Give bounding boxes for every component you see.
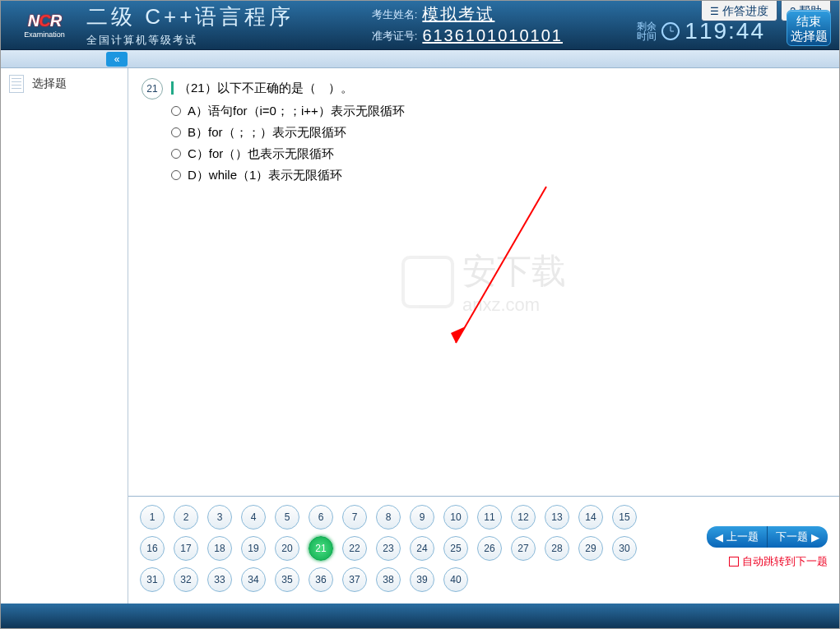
id-label: 准考证号: — [368, 29, 417, 44]
nav-question-17[interactable]: 17 — [174, 536, 198, 561]
nav-question-27[interactable]: 27 — [511, 536, 536, 561]
option-a[interactable]: A）语句for（i=0；；i++）表示无限循环 — [171, 101, 405, 121]
nav-question-9[interactable]: 9 — [410, 505, 434, 530]
name-label: 考生姓名: — [368, 7, 417, 22]
nav-question-2[interactable]: 2 — [174, 505, 198, 530]
nav-question-31[interactable]: 31 — [140, 567, 165, 592]
nav-question-21[interactable]: 21 — [309, 536, 333, 561]
nav-question-5[interactable]: 5 — [275, 505, 299, 530]
next-button[interactable]: 下一题▶ — [768, 526, 828, 548]
candidate-id: 6136101010101 — [422, 26, 563, 45]
nav-question-18[interactable]: 18 — [207, 536, 232, 561]
title-block: 二级 C++语言程序 全国计算机等级考试 — [86, 2, 294, 48]
logo: NCR Examination — [7, 8, 81, 43]
chevron-left-icon: ◀ — [715, 531, 723, 543]
nav-question-35[interactable]: 35 — [275, 567, 299, 592]
collapse-sidebar-button[interactable]: « — [106, 52, 128, 67]
nav-question-36[interactable]: 36 — [309, 567, 333, 592]
nav-question-8[interactable]: 8 — [376, 505, 401, 530]
question-number-badge: 21 — [142, 78, 163, 99]
nav-question-29[interactable]: 29 — [578, 536, 603, 561]
document-icon — [9, 75, 24, 93]
app-window: NCR Examination 二级 C++语言程序 全国计算机等级考试 考生姓… — [0, 0, 840, 629]
candidate-block: 考生姓名: 模拟考试 准考证号: 6136101010101 — [368, 4, 563, 47]
nav-question-40[interactable]: 40 — [443, 567, 468, 592]
option-c[interactable]: C）for（）也表示无限循环 — [171, 144, 405, 164]
toolrow: « — [1, 50, 839, 68]
bar-icon — [171, 81, 174, 95]
nav-row: 31323334353637383940 — [140, 567, 828, 592]
question-title: （21）以下不正确的是（ ）。 — [171, 78, 405, 98]
nav-question-23[interactable]: 23 — [376, 536, 401, 561]
body: 选择题 21 （21）以下不正确的是（ ）。 A）语句for（i=0；；i++）… — [1, 68, 839, 604]
nav-question-26[interactable]: 26 — [477, 536, 502, 561]
nav-question-22[interactable]: 22 — [342, 536, 367, 561]
question-area: 21 （21）以下不正确的是（ ）。 A）语句for（i=0；；i++）表示无限… — [128, 68, 839, 496]
nav-question-30[interactable]: 30 — [612, 536, 637, 561]
nav-question-1[interactable]: 1 — [140, 505, 165, 530]
checkbox-icon — [729, 557, 739, 567]
nav-question-12[interactable]: 12 — [511, 505, 536, 530]
candidate-name: 模拟考试 — [422, 3, 494, 25]
nav-question-38[interactable]: 38 — [376, 567, 401, 592]
logo-sub: Examination — [24, 30, 65, 39]
question-text: （21）以下不正确的是（ ）。 A）语句for（i=0；；i++）表示无限循环 … — [171, 78, 405, 187]
timer-value: 119:44 — [685, 18, 765, 44]
exam-title: 二级 C++语言程序 — [86, 2, 294, 31]
footer-bar — [1, 604, 839, 628]
timer-label: 剩余时间 — [637, 21, 657, 41]
nav-question-25[interactable]: 25 — [443, 536, 468, 561]
nav-question-13[interactable]: 13 — [545, 505, 569, 530]
logo-text: NCR — [28, 12, 61, 30]
annotation-arrow — [448, 299, 449, 300]
nav-question-10[interactable]: 10 — [443, 505, 468, 530]
end-exam-button[interactable]: 结束 选择题 — [787, 10, 831, 46]
svg-line-0 — [456, 187, 546, 343]
radio-icon — [171, 170, 181, 180]
nav-question-11[interactable]: 11 — [477, 505, 502, 530]
option-b[interactable]: B）for（；；）表示无限循环 — [171, 123, 405, 142]
sidebar-item-choice[interactable]: 选择题 — [1, 68, 128, 99]
prev-next-buttons: ◀上一题 下一题▶ — [707, 526, 828, 548]
chevron-right-icon: ▶ — [811, 531, 819, 543]
option-d[interactable]: D）while（1）表示无限循环 — [171, 165, 405, 185]
radio-icon — [171, 127, 181, 137]
question-nav: 1234567891011121314151617181920212223242… — [128, 496, 839, 604]
options: A）语句for（i=0；；i++）表示无限循环 B）for（；；）表示无限循环 … — [171, 101, 405, 185]
nav-question-6[interactable]: 6 — [309, 505, 333, 530]
radio-icon — [171, 106, 181, 116]
nav-question-28[interactable]: 28 — [545, 536, 569, 561]
nav-question-16[interactable]: 16 — [140, 536, 165, 561]
clock-icon — [661, 22, 680, 40]
nav-question-4[interactable]: 4 — [241, 505, 266, 530]
nav-question-7[interactable]: 7 — [342, 505, 367, 530]
shield-icon — [401, 256, 454, 308]
nav-actions: ◀上一题 下一题▶ 自动跳转到下一题 — [707, 526, 828, 569]
nav-question-32[interactable]: 32 — [174, 567, 198, 592]
nav-question-3[interactable]: 3 — [207, 505, 232, 530]
nav-question-15[interactable]: 15 — [612, 505, 637, 530]
sidebar-item-label: 选择题 — [32, 76, 67, 91]
header-bar: NCR Examination 二级 C++语言程序 全国计算机等级考试 考生姓… — [1, 1, 839, 50]
nav-question-39[interactable]: 39 — [410, 567, 434, 592]
auto-next-checkbox[interactable]: 自动跳转到下一题 — [729, 554, 828, 569]
sidebar: 选择题 — [1, 68, 128, 604]
question-panel: 21 （21）以下不正确的是（ ）。 A）语句for（i=0；；i++）表示无限… — [128, 68, 839, 604]
list-icon: ☰ — [710, 6, 719, 17]
exam-subtitle: 全国计算机等级考试 — [86, 33, 294, 48]
nav-question-20[interactable]: 20 — [275, 536, 299, 561]
timer: 剩余时间 119:44 — [637, 18, 765, 44]
question-head: 21 （21）以下不正确的是（ ）。 A）语句for（i=0；；i++）表示无限… — [142, 78, 826, 187]
nav-question-34[interactable]: 34 — [241, 567, 266, 592]
watermark: 安下载 anxz.com — [401, 248, 566, 316]
nav-question-37[interactable]: 37 — [342, 567, 367, 592]
nav-question-33[interactable]: 33 — [207, 567, 232, 592]
nav-question-24[interactable]: 24 — [410, 536, 434, 561]
prev-button[interactable]: ◀上一题 — [707, 526, 768, 548]
svg-marker-1 — [451, 326, 466, 343]
radio-icon — [171, 149, 181, 159]
nav-question-14[interactable]: 14 — [578, 505, 603, 530]
nav-question-19[interactable]: 19 — [241, 536, 266, 561]
